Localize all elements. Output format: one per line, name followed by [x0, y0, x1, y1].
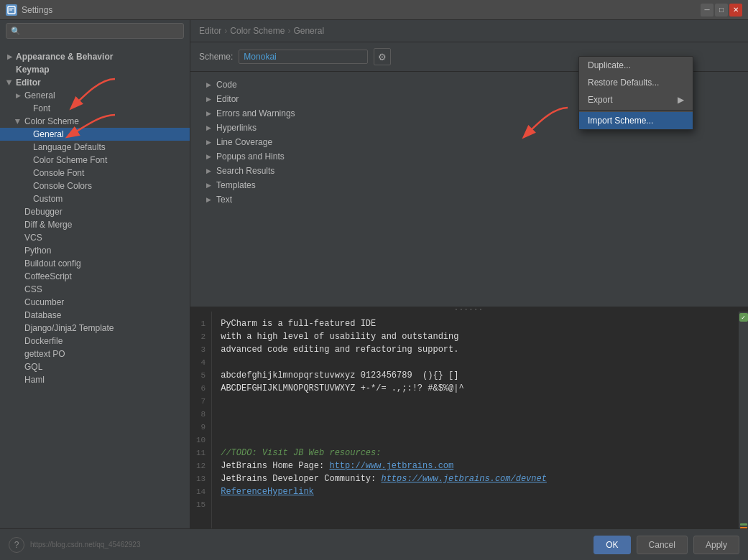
- sidebar-item-cucumber[interactable]: Cucumber: [0, 296, 190, 309]
- arrow-icon: ▶: [205, 110, 212, 117]
- sidebar-item-keymap[interactable]: Keymap: [0, 63, 190, 76]
- sidebar-item-database[interactable]: Database: [0, 309, 190, 322]
- title-bar: Settings ─ □ ✕: [0, 0, 748, 20]
- arrow-icon: ▶: [205, 124, 212, 131]
- search-input[interactable]: [24, 26, 179, 36]
- arrow-icon: ▶: [14, 92, 22, 99]
- close-button[interactable]: ✕: [729, 4, 742, 17]
- line-num: 10: [196, 434, 206, 447]
- code-line-3: advanced code editing and refactoring su…: [221, 343, 729, 356]
- menu-item-duplicate[interactable]: Duplicate...: [579, 57, 693, 74]
- sidebar-item-label: Buildout config: [24, 258, 81, 269]
- settings-item-label: Line Coverage: [216, 137, 272, 147]
- menu-item-export[interactable]: Export ▶: [579, 91, 693, 108]
- sidebar-item-label: Haml: [24, 375, 45, 385]
- code-line-6: ABCDEFGHIJKLMNOPQRSTUVWXYZ +-*/= .,;:!? …: [221, 382, 729, 395]
- sidebar-tree: ▶ Appearance & Behavior Keymap ▶ Editor …: [0, 45, 190, 392]
- minimize-button[interactable]: ─: [701, 4, 714, 17]
- sidebar-item-font[interactable]: Font: [0, 102, 190, 115]
- sidebar-item-colorscheme[interactable]: ▶ Color Scheme: [0, 115, 190, 128]
- arrow-icon: ▶: [205, 81, 212, 88]
- sidebar-item-label: Debugger: [24, 207, 63, 217]
- settings-item-label: Popups and Hints: [216, 151, 285, 162]
- breadcrumb-editor: Editor: [199, 26, 221, 36]
- sidebar-item-colorschemefont[interactable]: Color Scheme Font: [0, 154, 190, 167]
- arrow-icon: ▶: [6, 79, 13, 86]
- sidebar-item-label: Language Defaults: [33, 142, 106, 152]
- code-line-1: PyCharm is a full-featured IDE: [221, 317, 729, 330]
- title-text: Settings: [22, 5, 696, 15]
- menu-item-restore[interactable]: Restore Defaults...: [579, 74, 693, 91]
- line-num: 11: [196, 447, 206, 459]
- sidebar-item-label: Custom: [33, 194, 63, 204]
- settings-item-text[interactable]: ▶ Text: [190, 192, 748, 207]
- code-line-4: [221, 356, 729, 369]
- sidebar-item-langdefaults[interactable]: Language Defaults: [0, 141, 190, 154]
- maximize-button[interactable]: □: [715, 4, 728, 17]
- sidebar-item-appearance[interactable]: ▶ Appearance & Behavior: [0, 50, 190, 63]
- line-num: 15: [196, 498, 206, 511]
- menu-item-import[interactable]: Import Scheme...: [579, 112, 693, 129]
- sidebar-item-gql[interactable]: GQL: [0, 360, 190, 373]
- code-preview-inner: 1 2 3 4 5 6 7 8 9 10 11 12 13 14: [190, 312, 748, 528]
- search-box[interactable]: 🔍: [6, 23, 184, 39]
- sidebar-item-label: Console Colors: [33, 181, 92, 191]
- line-num: 9: [196, 421, 206, 434]
- arrow-icon: ▶: [205, 139, 212, 146]
- apply-button[interactable]: Apply: [693, 536, 739, 554]
- sidebar-item-debugger[interactable]: Debugger: [0, 205, 190, 218]
- scrollbar-right[interactable]: ✓: [738, 312, 748, 528]
- sidebar-item-custom[interactable]: Custom: [0, 192, 190, 205]
- sidebar-item-coffeescript[interactable]: CoffeeScript: [0, 270, 190, 283]
- settings-item-label: Search Results: [216, 166, 274, 176]
- scheme-dropdown-wrapper: Monokai Default Darcula High Contrast: [239, 50, 368, 64]
- sidebar-item-haml[interactable]: Haml: [0, 373, 190, 386]
- divider-handle: ••••••: [190, 306, 748, 312]
- arrow-icon: ▶: [6, 53, 13, 60]
- sidebar-item-consolecolors[interactable]: Console Colors: [0, 179, 190, 192]
- sidebar-item-buildout[interactable]: Buildout config: [0, 257, 190, 270]
- code-line-13: JetBrains Developer Community: https://w…: [221, 472, 729, 485]
- code-line-2: with a high level of usability and outst…: [221, 330, 729, 343]
- ok-button[interactable]: OK: [594, 536, 630, 554]
- line-num: 6: [196, 382, 206, 395]
- gear-button[interactable]: ⚙: [374, 48, 391, 65]
- help-button[interactable]: ?: [9, 537, 24, 553]
- code-line-11: //TODO: Visit JB Web resources:: [221, 447, 729, 459]
- settings-item-templates[interactable]: ▶ Templates: [190, 178, 748, 192]
- sidebar-item-label: Diff & Merge: [24, 220, 72, 230]
- menu-item-label: Import Scheme...: [588, 116, 653, 126]
- sidebar-item-label: Color Scheme: [24, 116, 79, 126]
- settings-item-label: Code: [216, 80, 237, 90]
- breadcrumb-sep2: ›: [287, 26, 290, 36]
- code-line-5: abcdefghijklmnopqrstuvwxyz 0123456789 ()…: [221, 369, 729, 382]
- settings-item-popups[interactable]: ▶ Popups and Hints: [190, 149, 748, 164]
- line-num: 14: [196, 485, 206, 498]
- sidebar-item-consolefont[interactable]: Console Font: [0, 167, 190, 179]
- sidebar-item-editor[interactable]: ▶ Editor: [0, 76, 190, 89]
- sidebar-item-diffmerge[interactable]: Diff & Merge: [0, 218, 190, 231]
- sidebar-item-label: General: [33, 129, 64, 139]
- sidebar-item-dockerfile[interactable]: Dockerfile: [0, 335, 190, 347]
- line-num: 4: [196, 356, 206, 369]
- line-num: 1: [196, 317, 206, 330]
- scheme-dropdown[interactable]: Monokai Default Darcula High Contrast: [239, 50, 368, 64]
- settings-item-label: Templates: [216, 180, 256, 190]
- sidebar-item-label: General: [24, 90, 55, 101]
- cancel-button[interactable]: Cancel: [637, 536, 688, 554]
- sidebar-item-label: Keymap: [16, 65, 50, 75]
- sidebar-item-vcs[interactable]: VCS: [0, 231, 190, 244]
- sidebar-item-python[interactable]: Python: [0, 244, 190, 257]
- sidebar-item-django[interactable]: Django/Jinja2 Template: [0, 322, 190, 335]
- settings-item-linecoverage[interactable]: ▶ Line Coverage: [190, 135, 748, 149]
- sidebar-item-general-selected[interactable]: General: [0, 128, 190, 141]
- sidebar-item-general[interactable]: ▶ General: [0, 89, 190, 102]
- sidebar-item-css[interactable]: CSS: [0, 283, 190, 296]
- sidebar-item-label: Font: [33, 103, 50, 113]
- scroll-marker-green: [740, 523, 747, 526]
- code-line-9: [221, 421, 729, 434]
- sidebar-item-label: gettext PO: [24, 349, 65, 359]
- line-num: 5: [196, 369, 206, 382]
- settings-item-searchresults[interactable]: ▶ Search Results: [190, 164, 748, 178]
- sidebar-item-gettext[interactable]: gettext PO: [0, 347, 190, 360]
